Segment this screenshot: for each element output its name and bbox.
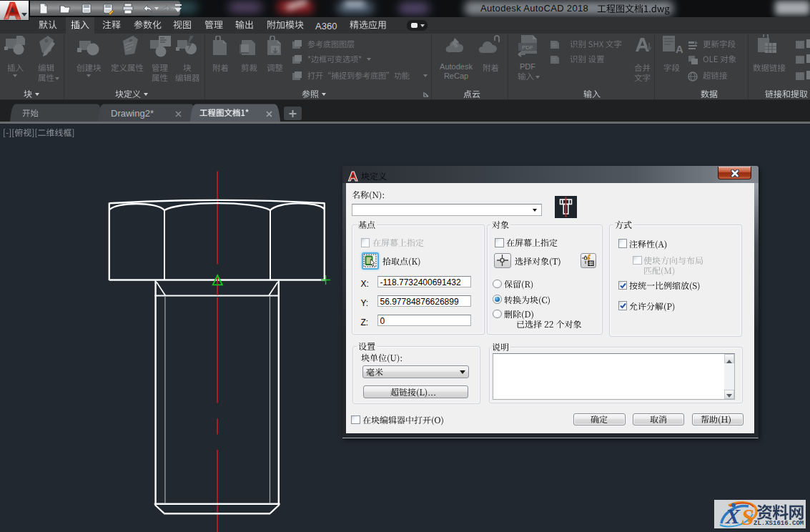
svg-text:PDF: PDF bbox=[522, 44, 533, 51]
svg-text:A: A bbox=[676, 43, 683, 55]
svg-text:X: X bbox=[725, 504, 741, 528]
svg-text:S: S bbox=[741, 504, 754, 528]
